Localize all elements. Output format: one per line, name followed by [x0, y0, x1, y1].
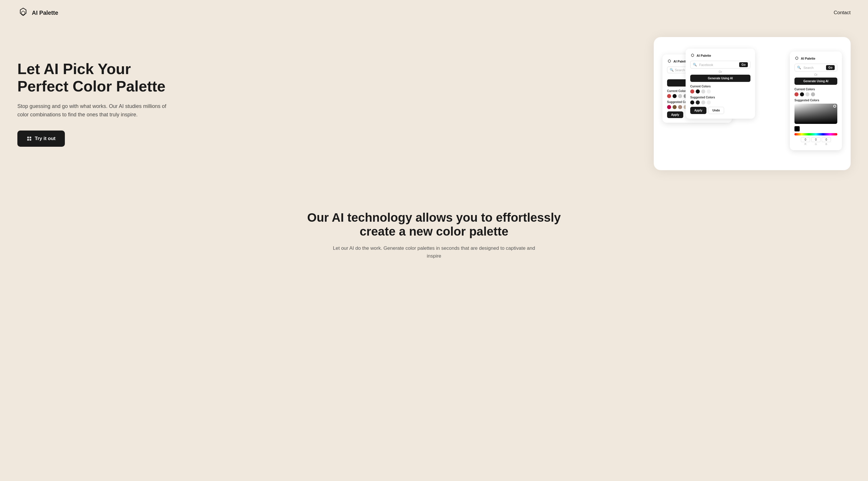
- color-picker-gradient[interactable]: [795, 104, 837, 124]
- panel2-search-value: Facebook: [699, 63, 713, 67]
- panel1-search-icon: 🔍: [670, 68, 674, 72]
- color-dot: [678, 94, 682, 98]
- panel2-undo-btn[interactable]: Undo: [708, 107, 724, 114]
- panel1-apply-btn[interactable]: Apply: [667, 111, 683, 118]
- color-dot: [795, 92, 799, 96]
- panel3-search-icon: 🔍: [797, 66, 801, 69]
- color-dot: [667, 105, 671, 109]
- b-input-group: 0 B: [822, 137, 831, 146]
- panel2-apply-btn[interactable]: Apply: [690, 107, 707, 114]
- b-label: B: [826, 143, 827, 146]
- r-label: R: [805, 143, 807, 146]
- svg-rect-5: [30, 139, 31, 141]
- color-dot: [696, 100, 700, 104]
- panel2-or: Or: [690, 70, 750, 73]
- panel-2: AI Palette 🔍 Facebook Go Or Generate Usi…: [686, 49, 755, 119]
- g-label: G: [815, 143, 817, 146]
- panel-3: AI Palette 🔍 Search Go Or Generate Using…: [790, 52, 842, 150]
- b-value[interactable]: 0: [822, 137, 831, 142]
- demo-container: AI Palette 🔍 Search Or Generate Using Cu…: [654, 37, 850, 170]
- panel2-logo-label: AI Palette: [696, 54, 711, 57]
- panel3-go-btn[interactable]: Go: [826, 65, 835, 70]
- svg-rect-4: [27, 139, 29, 141]
- color-dot: [707, 89, 711, 94]
- panel2-suggested-colors: [690, 100, 750, 104]
- panel3-logo: AI Palette: [795, 56, 837, 61]
- color-dot: [701, 100, 705, 104]
- color-dot: [805, 92, 809, 96]
- panel2-logo: AI Palette: [690, 53, 750, 58]
- panel2-search-row: 🔍 Facebook Go: [690, 61, 750, 69]
- color-swatch-black: [795, 126, 800, 131]
- hue-bar[interactable]: [795, 133, 837, 135]
- svg-rect-3: [30, 137, 31, 138]
- panel3-logo-label: AI Palette: [801, 57, 815, 60]
- panel2-suggested-label: Suggested Colors: [690, 96, 750, 99]
- svg-marker-6: [668, 60, 671, 63]
- hero-title: Let AI Pick Your Perfect Color Palette: [18, 61, 168, 95]
- color-dot: [673, 94, 677, 98]
- panel3-logo-icon: [795, 56, 799, 61]
- rgb-inputs: 0 R 0 G 0 B: [795, 137, 837, 146]
- svg-marker-0: [20, 8, 26, 15]
- svg-marker-8: [796, 57, 798, 60]
- bottom-section: Our AI technology allows you to effortle…: [0, 193, 868, 283]
- logo-icon: [18, 7, 29, 19]
- panel2-generate-btn[interactable]: Generate Using AI: [690, 75, 750, 82]
- hero-text-block: Let AI Pick Your Perfect Color Palette S…: [18, 61, 168, 147]
- bottom-title: Our AI technology allows you to effortle…: [304, 211, 564, 238]
- bottom-subtitle: Let our AI do the work. Generate color p…: [333, 244, 535, 260]
- panel3-suggested-label: Suggested Colors: [795, 99, 837, 102]
- panel1-logo-icon: [667, 59, 672, 64]
- panel3-search-row: 🔍 Search Go: [795, 64, 837, 71]
- svg-rect-2: [27, 137, 29, 138]
- panel2-logo-icon: [690, 53, 695, 58]
- panel2-go-btn[interactable]: Go: [739, 62, 748, 67]
- hero-section: Let AI Pick Your Perfect Color Palette S…: [0, 26, 868, 193]
- color-dot: [667, 94, 671, 98]
- r-input-group: 0 R: [801, 137, 810, 146]
- color-dot: [800, 92, 804, 96]
- logo-area: AI Palette: [18, 7, 58, 19]
- color-dot: [690, 100, 694, 104]
- panel2-current-label: Current Colors: [690, 85, 750, 88]
- color-dot: [696, 89, 700, 94]
- panel3-or: Or: [795, 73, 837, 76]
- panel3-generate-btn[interactable]: Generate Using AI: [795, 77, 837, 85]
- panels-wrapper: AI Palette 🔍 Search Or Generate Using Cu…: [662, 49, 842, 159]
- panel3-current-colors: [795, 92, 837, 96]
- color-dot: [701, 89, 705, 94]
- panel2-search-icon: 🔍: [693, 63, 697, 67]
- try-button-icon: [27, 136, 32, 141]
- color-picker-handle: [833, 105, 836, 108]
- color-dot: [678, 105, 682, 109]
- panel3-search-text: Search: [803, 66, 813, 69]
- logo-text: AI Palette: [32, 9, 58, 16]
- g-input-group: 0 G: [811, 137, 820, 146]
- panel2-current-colors: [690, 89, 750, 94]
- g-value[interactable]: 0: [811, 137, 820, 142]
- panel3-current-label: Current Colors: [795, 88, 837, 91]
- panel1-search-text: Search: [675, 68, 685, 72]
- color-dot: [690, 89, 694, 94]
- r-value[interactable]: 0: [801, 137, 810, 142]
- hero-subtitle: Stop guessing and go with what works. Ou…: [18, 102, 168, 119]
- color-dot: [707, 100, 711, 104]
- navbar: AI Palette Contact: [0, 0, 868, 26]
- contact-link[interactable]: Contact: [834, 10, 850, 15]
- color-dot: [673, 105, 677, 109]
- try-button[interactable]: Try it out: [18, 131, 65, 147]
- color-dot: [811, 92, 815, 96]
- svg-marker-7: [691, 54, 694, 57]
